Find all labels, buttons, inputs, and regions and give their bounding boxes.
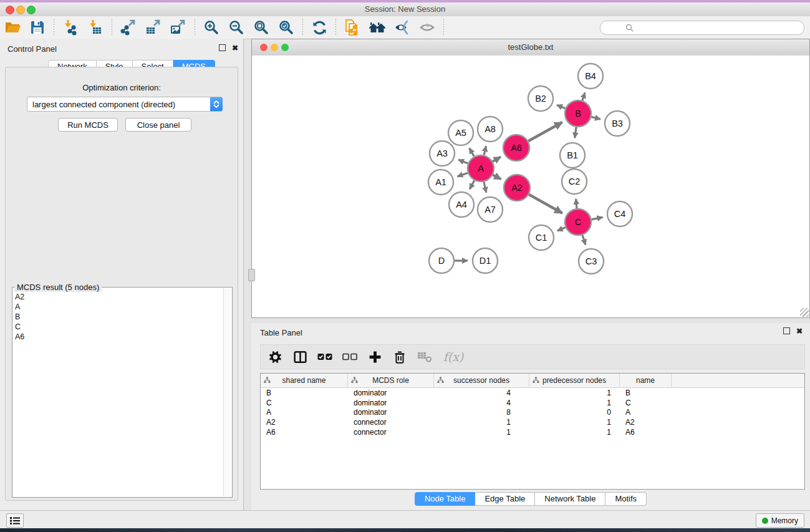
cell-name[interactable]: C [620,399,672,407]
import-table-button[interactable] [83,17,108,37]
float-panel-icon[interactable] [219,44,226,51]
network-zoom-traffic-light[interactable] [281,44,289,51]
cell-MCDS-role[interactable]: connector [348,428,434,437]
cell-predecessor-nodes[interactable]: 1 [529,389,620,397]
column-header-name[interactable]: name [620,374,672,387]
close-panel-button[interactable]: Close panel [125,118,191,132]
columns-button[interactable] [289,346,311,367]
graph-node-A8[interactable]: A8 [478,117,503,142]
zoom-traffic-light[interactable] [27,6,36,14]
close-traffic-light[interactable] [6,6,14,14]
run-mcds-button[interactable]: Run MCDS [58,118,118,132]
import-network-button[interactable] [58,17,83,37]
float-table-panel-icon[interactable] [783,327,790,334]
cell-shared-name[interactable]: A2 [261,418,348,427]
pane-divider-grip[interactable] [248,269,255,281]
cell-predecessor-nodes[interactable]: 1 [529,399,620,407]
graph-node-B[interactable]: B [565,100,591,127]
column-header-predecessor-nodes[interactable]: predecessor nodes [529,374,620,387]
table-row[interactable]: A2connector11A2 [261,417,804,427]
graph-node-A7[interactable]: A7 [478,197,503,222]
cell-MCDS-role[interactable]: dominator [348,399,434,407]
graph-node-A5[interactable]: A5 [448,120,473,145]
cell-successor-nodes[interactable]: 1 [434,418,529,427]
table-row[interactable]: Cdominator41C [261,398,804,408]
table-row[interactable]: Adominator80A [261,408,804,418]
cell-shared-name[interactable]: B [261,389,348,397]
network-minimize-traffic-light[interactable] [271,44,278,51]
deselect-all-button[interactable] [339,346,360,367]
graph-node-A2[interactable]: A2 [504,175,530,201]
select-all-button[interactable] [314,346,335,367]
cell-name[interactable]: A2 [620,418,672,427]
graph-edge-C-C4[interactable] [592,217,603,219]
column-header-successor-nodes[interactable]: successor nodes [434,374,529,387]
cell-name[interactable]: A6 [620,428,672,437]
graph-node-B1[interactable]: B1 [560,143,585,168]
export-table-button[interactable] [141,17,166,37]
cell-MCDS-role[interactable]: dominator [348,389,434,397]
cell-successor-nodes[interactable]: 8 [434,408,529,417]
column-header-MCDS-role[interactable]: MCDS role [348,374,434,387]
cell-name[interactable]: A [620,408,672,417]
graph-edge-B-B3[interactable] [591,117,600,119]
zoom-out-button[interactable] [224,17,249,37]
graph-node-B2[interactable]: B2 [528,86,553,111]
graph-edge-A-A6[interactable] [493,157,501,162]
column-header-shared-name[interactable]: shared name [261,374,348,387]
graph-edge-C-C3[interactable] [582,235,586,245]
network-close-traffic-light[interactable] [260,44,268,51]
duplicate-network-button[interactable] [340,17,365,37]
cell-predecessor-nodes[interactable]: 0 [529,408,620,417]
tab-network-table[interactable]: Network Table [535,492,605,506]
cell-name[interactable]: B [620,389,672,397]
mcds-result-item[interactable]: A6 [15,332,222,342]
graph-edge-C-C2[interactable] [576,199,577,208]
graph-edge-B-B2[interactable] [557,105,566,108]
zoom-in-button[interactable] [199,17,224,37]
graph-edge-A-A1[interactable] [457,173,468,177]
zoom-fit-button[interactable] [249,17,274,37]
table-row[interactable]: Bdominator41B [261,388,804,398]
cell-MCDS-role[interactable]: connector [348,418,434,427]
graph-node-D1[interactable]: D1 [473,248,498,273]
graph-node-A4[interactable]: A4 [449,192,474,217]
mcds-result-item[interactable]: C [15,322,222,332]
network-window-titlebar[interactable]: testGlobe.txt [252,39,809,56]
tab-edge-table[interactable]: Edge Table [475,492,535,506]
cell-MCDS-role[interactable]: dominator [348,408,434,417]
graph-edge-B-B1[interactable] [575,127,576,138]
home-button[interactable] [365,17,390,37]
graph-edge-B-B4[interactable] [582,93,585,101]
cell-successor-nodes[interactable]: 1 [434,428,529,437]
tab-motifs[interactable]: Motifs [605,492,647,506]
cell-shared-name[interactable]: C [261,399,348,407]
graph-edge-A2-C[interactable] [529,195,562,213]
save-session-button[interactable] [25,17,50,37]
close-table-panel-icon[interactable]: ✖ [796,328,803,334]
add-button[interactable] [364,346,385,367]
graph-edge-A6-B[interactable] [528,122,562,141]
refresh-button[interactable] [307,17,332,37]
task-history-button[interactable] [6,513,24,528]
graph-node-A6[interactable]: A6 [503,135,529,161]
cell-successor-nodes[interactable]: 4 [434,399,529,407]
memory-button[interactable]: Memory [756,513,804,528]
graph-node-A3[interactable]: A3 [430,141,455,166]
zoom-selected-button[interactable] [274,17,299,37]
graph-node-B3[interactable]: B3 [605,111,630,136]
graph-node-C1[interactable]: C1 [529,225,554,250]
minimize-traffic-light[interactable] [16,6,25,14]
graph-node-A[interactable]: A [468,155,494,181]
graph-node-D[interactable]: D [429,248,454,273]
table-row[interactable]: A6connector11A6 [261,427,804,437]
graph-node-C[interactable]: C [565,209,591,235]
graph-node-C4[interactable]: C4 [607,201,632,226]
cell-successor-nodes[interactable]: 4 [434,389,529,397]
mcds-result-list[interactable]: A2ABCA6 [15,292,222,495]
graph-edge-C-C1[interactable] [557,228,566,231]
graph-edge-A-A8[interactable] [484,146,486,155]
graph-edge-A-A5[interactable] [470,148,475,156]
cell-shared-name[interactable]: A [261,408,348,417]
graph-edge-A-A4[interactable] [470,180,474,189]
